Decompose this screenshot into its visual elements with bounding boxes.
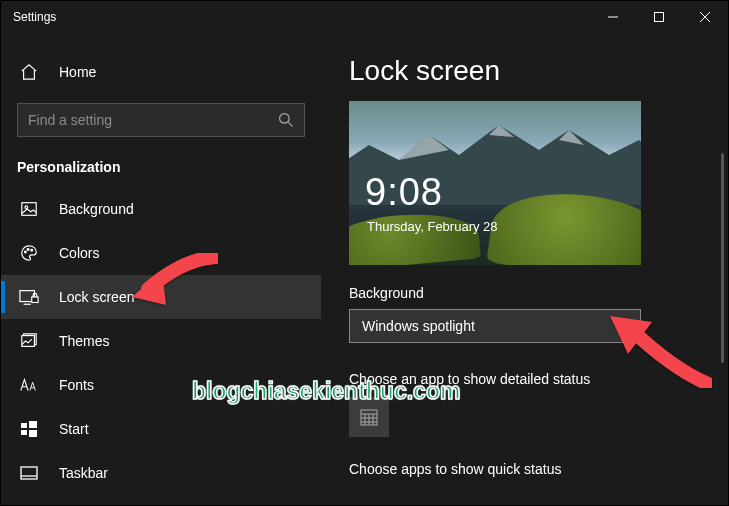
svg-rect-17 bbox=[21, 430, 27, 435]
sidebar-item-label: Colors bbox=[59, 245, 99, 261]
sidebar-item-fonts[interactable]: Fonts bbox=[1, 363, 321, 407]
svg-rect-18 bbox=[29, 430, 37, 437]
sidebar-item-taskbar[interactable]: Taskbar bbox=[1, 451, 321, 495]
sidebar-item-label: Fonts bbox=[59, 377, 94, 393]
home-label: Home bbox=[59, 64, 96, 80]
minimize-button[interactable] bbox=[590, 1, 636, 33]
calendar-icon bbox=[359, 407, 379, 427]
titlebar: Settings bbox=[1, 1, 728, 33]
search-box[interactable] bbox=[17, 103, 305, 137]
sidebar-item-background[interactable]: Background bbox=[1, 187, 321, 231]
svg-rect-15 bbox=[21, 423, 27, 428]
search-icon bbox=[278, 112, 294, 128]
sidebar-item-home[interactable]: Home bbox=[1, 49, 321, 95]
fonts-icon bbox=[17, 377, 41, 393]
palette-icon bbox=[17, 244, 41, 262]
lockscreen-icon bbox=[17, 288, 41, 306]
background-value: Windows spotlight bbox=[362, 318, 616, 334]
sidebar-item-label: Background bbox=[59, 201, 134, 217]
preview-date: Thursday, February 28 bbox=[367, 219, 498, 234]
maximize-button[interactable] bbox=[636, 1, 682, 33]
sidebar-item-label: Lock screen bbox=[59, 289, 134, 305]
sidebar-item-label: Taskbar bbox=[59, 465, 108, 481]
svg-point-10 bbox=[31, 249, 33, 251]
svg-line-5 bbox=[288, 122, 292, 126]
svg-point-9 bbox=[27, 249, 29, 251]
background-label: Background bbox=[349, 285, 728, 301]
sidebar-item-label: Start bbox=[59, 421, 89, 437]
svg-rect-16 bbox=[29, 421, 37, 428]
svg-rect-19 bbox=[21, 467, 37, 479]
svg-point-7 bbox=[25, 206, 28, 209]
detailed-status-app-picker[interactable] bbox=[349, 397, 389, 437]
scrollbar[interactable] bbox=[721, 153, 724, 363]
chevron-down-icon bbox=[616, 320, 628, 332]
svg-rect-1 bbox=[655, 13, 664, 22]
themes-icon bbox=[17, 332, 41, 350]
close-button[interactable] bbox=[682, 1, 728, 33]
svg-rect-14 bbox=[22, 336, 35, 347]
background-dropdown[interactable]: Windows spotlight bbox=[349, 309, 641, 343]
page-title: Lock screen bbox=[349, 55, 728, 87]
preview-time: 9:08 bbox=[365, 171, 443, 214]
sidebar-item-lock-screen[interactable]: Lock screen bbox=[1, 275, 321, 319]
content-area: Lock screen 9:08 Thursday, February 28 B… bbox=[321, 33, 728, 505]
sidebar-item-colors[interactable]: Colors bbox=[1, 231, 321, 275]
svg-rect-13 bbox=[32, 297, 38, 302]
lock-screen-preview[interactable]: 9:08 Thursday, February 28 bbox=[349, 101, 641, 265]
sidebar: Home Personalization Background bbox=[1, 33, 321, 505]
window-title: Settings bbox=[1, 10, 590, 24]
sidebar-item-label: Themes bbox=[59, 333, 110, 349]
search-input[interactable] bbox=[28, 112, 278, 128]
start-icon bbox=[17, 421, 41, 437]
svg-point-4 bbox=[280, 114, 290, 124]
quick-status-label: Choose apps to show quick status bbox=[349, 461, 669, 477]
taskbar-icon bbox=[17, 466, 41, 480]
svg-point-8 bbox=[25, 251, 27, 253]
home-icon bbox=[17, 63, 41, 81]
svg-rect-6 bbox=[22, 203, 36, 216]
picture-icon bbox=[17, 200, 41, 218]
sidebar-category: Personalization bbox=[1, 149, 321, 187]
sidebar-item-start[interactable]: Start bbox=[1, 407, 321, 451]
detailed-status-label: Choose an app to show detailed status bbox=[349, 371, 669, 387]
sidebar-item-themes[interactable]: Themes bbox=[1, 319, 321, 363]
